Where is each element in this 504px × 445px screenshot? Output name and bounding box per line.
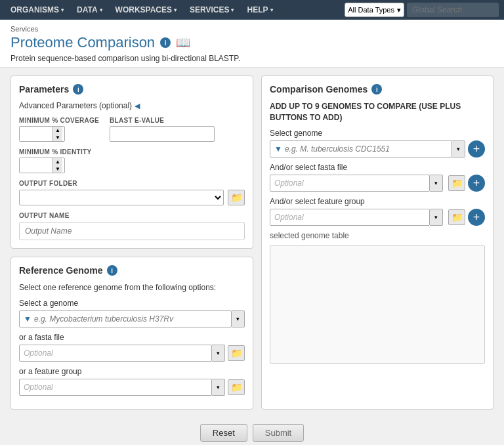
global-search-input[interactable] — [407, 3, 499, 17]
coverage-decrement-btn[interactable]: ▼ — [53, 134, 62, 141]
feature-group-label: or a feature group — [19, 367, 245, 376]
ref-fasta-row: Optional ▾ 📁 — [19, 345, 245, 362]
comp-fasta-select[interactable]: Optional — [270, 175, 430, 192]
ref-genome-input[interactable] — [34, 314, 227, 324]
filter-icon: ▼ — [24, 314, 32, 324]
comp-feature-row: Optional ▾ 📁 + — [270, 209, 485, 226]
parameters-panel: Parameters i Advanced Parameters (option… — [10, 75, 253, 249]
submit-button[interactable]: Submit — [253, 424, 304, 442]
chevron-down-icon: ▾ — [174, 7, 177, 13]
comp-feature-dropdown-btn[interactable]: ▾ — [430, 209, 443, 226]
page-title-text: Proteome Comparison — [10, 34, 155, 51]
select-genome-label: Select a genome — [19, 299, 245, 308]
search-area: All Data Types ▾ — [345, 3, 499, 17]
comp-genome-input[interactable] — [285, 144, 448, 154]
chevron-down-icon: ▾ — [270, 7, 273, 13]
identity-decrement-btn[interactable]: ▼ — [53, 165, 62, 173]
reference-genome-info-icon[interactable]: i — [107, 265, 117, 276]
min-coverage-spinner[interactable]: 30 ▲ ▼ — [19, 126, 65, 142]
chevron-down-icon: ▾ — [231, 7, 234, 13]
parameters-section-title: Parameters i — [19, 84, 245, 95]
ref-fasta-browse-btn[interactable]: 📁 — [228, 345, 245, 361]
nav-workspaces[interactable]: WORKSPACES ▾ — [110, 3, 182, 17]
genome-table-area — [270, 245, 485, 364]
comp-feature-label: And/or select feature group — [270, 197, 485, 206]
output-folder-select[interactable] — [19, 190, 224, 205]
ref-genome-select-row: ▼ ▾ — [19, 310, 245, 328]
selected-genome-table-label: selected genome table — [270, 231, 485, 240]
breadcrumb: Services — [10, 25, 494, 33]
left-column: Parameters i Advanced Parameters (option… — [10, 75, 253, 410]
ref-fasta-dropdown-btn[interactable]: ▾ — [212, 345, 225, 362]
comp-filter-icon: ▼ — [274, 144, 282, 154]
page-subtitle: Protein sequence-based comparison using … — [10, 54, 494, 63]
comp-fasta-browse-btn[interactable]: 📁 — [448, 175, 465, 191]
fasta-label: or a fasta file — [19, 333, 245, 342]
nav-help[interactable]: HELP ▾ — [242, 3, 278, 17]
comp-fasta-row: Optional ▾ 📁 + — [270, 175, 485, 192]
chevron-down-icon: ▾ — [100, 7, 102, 13]
output-folder-browse-btn[interactable]: 📁 — [228, 190, 245, 205]
parameters-info-icon[interactable]: i — [73, 84, 83, 95]
comparison-heading: ADD UP TO 9 GENOMES TO COMPARE (USE PLUS… — [270, 101, 485, 123]
nav-services[interactable]: SERVICES ▾ — [184, 3, 239, 17]
comparison-genomes-info-icon[interactable]: i — [371, 84, 382, 95]
nav-organisms[interactable]: ORGANISMS ▾ — [5, 3, 69, 17]
page-header: Services Proteome Comparison i 📖 Protein… — [0, 20, 504, 68]
output-name-input[interactable] — [19, 222, 245, 240]
min-identity-group: MINIMUM % IDENTITY 10 ▲ ▼ — [19, 148, 91, 173]
page-title-row: Proteome Comparison i 📖 — [10, 34, 494, 51]
main-content: Parameters i Advanced Parameters (option… — [0, 68, 504, 417]
add-feature-btn[interactable]: + — [468, 209, 485, 226]
ref-genome-filter-wrapper: ▼ — [19, 310, 232, 328]
comp-feature-select[interactable]: Optional — [270, 209, 430, 226]
data-types-dropdown[interactable]: All Data Types ▾ — [345, 3, 404, 17]
book-icon[interactable]: 📖 — [176, 35, 190, 50]
coverage-evalue-row: MINIMUM % COVERAGE 30 ▲ ▼ BLAST E-VALUE … — [19, 117, 245, 142]
right-column: Comparison Genomes i ADD UP TO 9 GENOMES… — [261, 75, 494, 410]
chevron-down-icon: ▾ — [397, 6, 401, 14]
ref-feature-row: Optional ▾ 📁 — [19, 379, 245, 396]
comp-feature-browse-btn[interactable]: 📁 — [448, 209, 465, 225]
output-folder-row: 📁 — [19, 190, 245, 205]
comp-select-genome-label: Select genome — [270, 129, 485, 138]
comparison-genomes-title: Comparison Genomes i — [270, 84, 485, 95]
bottom-bar: Reset Submit — [0, 417, 504, 445]
comp-fasta-dropdown-btn[interactable]: ▾ — [430, 175, 443, 192]
reference-genome-panel: Reference Genome i Select one reference … — [10, 257, 253, 410]
reset-button[interactable]: Reset — [200, 424, 247, 442]
min-coverage-group: MINIMUM % COVERAGE 30 ▲ ▼ — [19, 117, 99, 142]
ref-genome-dropdown-btn[interactable]: ▾ — [232, 310, 245, 328]
ref-feature-dropdown-btn[interactable]: ▾ — [212, 379, 225, 396]
comparison-genomes-panel: Comparison Genomes i ADD UP TO 9 GENOMES… — [261, 75, 494, 410]
reference-genome-description: Select one reference genome from the fol… — [19, 282, 245, 293]
add-genome-btn[interactable]: + — [468, 140, 485, 158]
advanced-params-toggle[interactable]: Advanced Parameters (optional) ◀ — [19, 101, 245, 110]
comp-genome-row: ▼ ▾ + — [270, 140, 485, 158]
ref-feature-browse-btn[interactable]: 📁 — [228, 379, 245, 395]
blast-evalue-input[interactable]: 1e-5 — [110, 126, 215, 142]
comp-fasta-label: And/or select fasta file — [270, 163, 485, 172]
add-fasta-btn[interactable]: + — [468, 175, 485, 192]
chevron-down-icon: ▾ — [61, 7, 64, 13]
comp-genome-dropdown-btn[interactable]: ▾ — [452, 140, 465, 158]
identity-row: MINIMUM % IDENTITY 10 ▲ ▼ — [19, 148, 245, 173]
reference-genome-title: Reference Genome i — [19, 265, 245, 276]
info-icon[interactable]: i — [160, 37, 171, 48]
blast-evalue-group: BLAST E-VALUE 1e-5 — [110, 117, 215, 142]
collapse-arrow-icon: ◀ — [135, 102, 140, 110]
nav-data[interactable]: DATA ▾ — [72, 3, 108, 17]
ref-fasta-select[interactable]: Optional — [19, 345, 212, 362]
top-navigation: ORGANISMS ▾ DATA ▾ WORKSPACES ▾ SERVICES… — [0, 0, 504, 20]
coverage-increment-btn[interactable]: ▲ — [53, 127, 62, 134]
min-identity-spinner[interactable]: 10 ▲ ▼ — [19, 158, 65, 173]
ref-feature-select[interactable]: Optional — [19, 379, 212, 396]
min-coverage-input[interactable]: 30 — [20, 127, 52, 141]
min-identity-input[interactable]: 10 — [20, 158, 52, 173]
identity-increment-btn[interactable]: ▲ — [53, 158, 62, 165]
